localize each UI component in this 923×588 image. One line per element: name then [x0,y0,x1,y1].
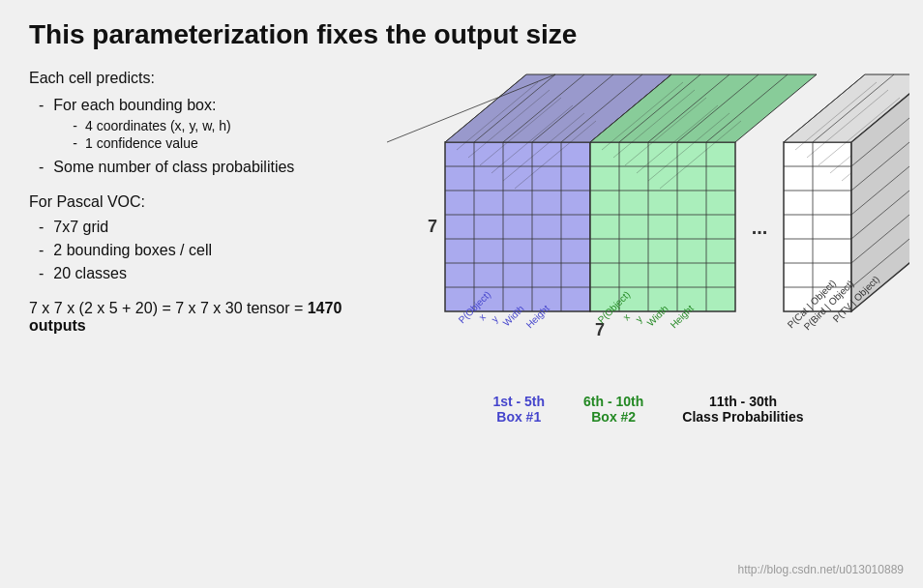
each-cell-label: Each cell predicts: [29,70,368,87]
tensor-container: ... [387,60,909,389]
pascal-boxes: - 2 bounding boxes / cell [39,242,368,259]
legend-box2-line1: 6th - 10th [583,394,643,409]
formula-text: 7 x 7 x (2 x 5 + 20) = 7 x 7 x 30 tensor… [29,300,308,316]
sub-confidence: - 1 confidence value [73,135,230,151]
pascal-title: For Pascal VOC: [29,193,368,211]
svg-rect-14 [590,142,735,311]
sub-coordinates: - 4 coordinates (x, y, w, h) [73,118,230,133]
dots-text: ... [752,217,768,238]
pascal-classes: - 20 classes [39,265,368,282]
legend-area: 1st - 5th Box #1 6th - 10th Box #2 11th … [492,394,803,425]
legend-box1-line2: Box #1 [492,409,545,425]
sub-list-bounding: - 4 coordinates (x, y, w, h) - 1 confide… [73,118,230,151]
pascal-bullet-list: - 7x7 grid - 2 bounding boxes / cell - 2… [39,219,368,282]
svg-text:7: 7 [428,217,437,236]
bullet-bounding-box: - For each bounding box: - 4 coordinates… [39,97,368,153]
legend-classes: 11th - 30th Class Probabilities [682,394,803,425]
sub-dash-2: - [73,135,77,151]
legend-box2-line2: Box #2 [583,409,643,425]
svg-text:x: x [621,311,632,322]
tensor-area: ... [387,60,909,425]
legend-box1: 1st - 5th Box #1 [492,394,545,425]
p-dash-3: - [39,265,44,282]
confidence-text: 1 confidence value [85,135,198,151]
svg-rect-2 [445,142,590,311]
pascal-boxes-text: 2 bounding boxes / cell [53,242,212,259]
class-prob-text: Some number of class probabilities [53,159,294,176]
legend-classes-line1: 11th - 30th [682,394,803,409]
svg-text:x: x [477,311,488,322]
p-dash-1: - [39,219,44,236]
legend-classes-line2: Class Probabilities [682,409,803,425]
pascal-classes-text: 20 classes [53,265,127,282]
dash-2: - [39,159,44,176]
legend-box2: 6th - 10th Box #2 [583,394,643,425]
bounding-box-text: For each bounding box: [53,97,216,113]
content-area: Each cell predicts: - For each bounding … [29,70,894,425]
pascal-section: For Pascal VOC: - 7x7 grid - 2 bounding … [29,193,368,282]
coordinates-text: 4 coordinates (x, y, w, h) [85,118,231,133]
watermark: http://blog.csdn.net/u013010889 [738,563,904,576]
pascal-grid-text: 7x7 grid [53,219,108,236]
dash-1: - [39,97,44,114]
p-dash-2: - [39,242,44,259]
page-title: This parameterization fixes the output s… [29,19,894,50]
main-bullet-list: - For each bounding box: - 4 coordinates… [39,97,368,176]
left-panel: Each cell predicts: - For each bounding … [29,70,368,335]
sub-dash-1: - [73,118,77,133]
tensor-svg: ... [387,60,909,389]
pascal-grid: - 7x7 grid [39,219,368,236]
svg-text:y: y [634,313,644,324]
svg-text:y: y [490,313,500,324]
formula-line: 7 x 7 x (2 x 5 + 20) = 7 x 7 x 30 tensor… [29,300,368,335]
bullet-class-prob: - Some number of class probabilities [39,159,368,176]
legend-box1-line1: 1st - 5th [492,394,545,409]
